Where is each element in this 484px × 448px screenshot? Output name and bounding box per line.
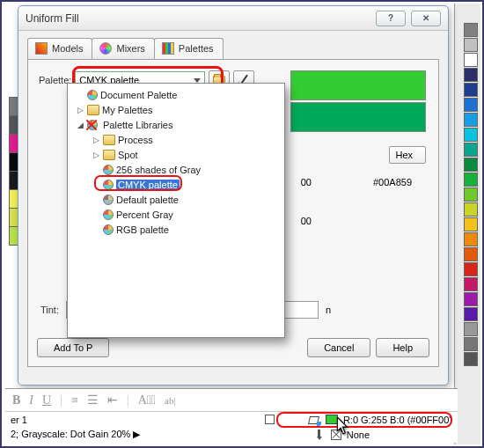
chevron-down-icon xyxy=(194,78,201,83)
palette-swatch[interactable] xyxy=(464,83,478,97)
dropcap-icon[interactable]: A̲ͣ xyxy=(138,393,156,408)
tree-item[interactable]: My Palettes xyxy=(102,105,152,115)
tint-label: Tint: xyxy=(40,305,59,315)
text-placeholder-icon[interactable]: ab| xyxy=(165,395,176,406)
tab-label: Palettes xyxy=(179,43,214,54)
status-outline-value: None xyxy=(347,430,370,440)
palette-swatch[interactable] xyxy=(464,337,478,351)
palette-swatch[interactable] xyxy=(464,23,478,37)
no-outline-icon xyxy=(331,430,341,440)
mixers-icon xyxy=(99,42,112,55)
palette-swatch[interactable] xyxy=(464,98,478,112)
palette-swatch[interactable] xyxy=(464,38,478,52)
tree-item[interactable]: Process xyxy=(118,135,153,145)
palette-icon xyxy=(103,180,114,190)
palette-swatch[interactable] xyxy=(464,68,478,82)
palette-swatch[interactable] xyxy=(464,307,478,321)
status-bar: B I U | ≡ ☰ ⇤ | A̲ͣ ab| er 1 R:0 G:255 B… xyxy=(5,388,458,443)
swatch-old[interactable] xyxy=(290,102,426,132)
hex-mode-combo[interactable]: Hex xyxy=(389,146,426,164)
status-fill-value: R:0 G:255 B:0 (#00FF00) xyxy=(343,415,452,425)
palette-swatch[interactable] xyxy=(464,292,478,306)
tree-item-selected[interactable]: CMYK palette xyxy=(116,180,180,190)
palette-swatch[interactable] xyxy=(464,173,478,187)
bullets-icon[interactable]: ☰ xyxy=(87,393,99,408)
status-layer: er 1 xyxy=(11,415,27,425)
folder-icon xyxy=(87,105,99,115)
folder-icon xyxy=(103,150,115,160)
status-profile: 2; Grayscale: Dot Gain 20% ▶ xyxy=(11,429,140,440)
palette-swatch[interactable] xyxy=(464,187,478,202)
expand-icon[interactable]: ▷ xyxy=(92,151,100,158)
palette-swatch[interactable] xyxy=(464,247,478,261)
tree-item[interactable]: Default palette xyxy=(116,195,179,205)
palettes-icon xyxy=(162,42,174,55)
expand-icon[interactable]: ▷ xyxy=(92,136,100,143)
right-color-palette[interactable] xyxy=(464,23,478,367)
tree-item[interactable]: Palette Libraries xyxy=(103,120,173,130)
help-window-button[interactable]: ? xyxy=(376,11,406,26)
tab-label: Models xyxy=(52,43,83,54)
palette-icon xyxy=(103,209,114,220)
folder-icon xyxy=(103,135,115,145)
palette-swatch[interactable] xyxy=(464,143,478,157)
tab-mixers[interactable]: Mixers xyxy=(92,38,154,59)
underline-icon[interactable]: U xyxy=(42,393,51,408)
tab-models[interactable]: Models xyxy=(27,38,92,59)
help-button[interactable]: Help xyxy=(376,338,429,357)
palette-icon xyxy=(103,195,114,205)
palette-swatch[interactable] xyxy=(464,322,478,336)
tree-item[interactable]: Document Palette xyxy=(100,90,177,100)
snapshot-icon[interactable] xyxy=(265,415,275,424)
align-icon[interactable]: ≡ xyxy=(71,393,78,408)
collapse-icon[interactable]: ◢ xyxy=(77,121,84,129)
tab-label: Mixers xyxy=(116,43,144,54)
dialog-title: Uniform Fill xyxy=(26,12,79,25)
cancel-button[interactable]: Cancel xyxy=(307,338,370,357)
add-to-palette-button[interactable]: Add To P xyxy=(37,338,109,357)
hex-row: xx Hex xyxy=(344,146,426,164)
palette-swatch[interactable] xyxy=(464,113,478,127)
color-preview xyxy=(290,70,426,134)
screenshot-frame: Uniform Fill ? ✕ Models Mixers Palettes xyxy=(0,0,484,448)
palette-swatch[interactable] xyxy=(464,202,478,217)
palette-swatch[interactable] xyxy=(464,217,478,231)
titlebar: Uniform Fill ? ✕ xyxy=(18,6,448,31)
italic-icon[interactable]: I xyxy=(29,393,33,408)
indent-icon[interactable]: ⇤ xyxy=(107,393,118,408)
tree-item[interactable]: Percent Gray xyxy=(116,209,173,220)
palette-swatch[interactable] xyxy=(464,262,478,276)
fill-color-swatch[interactable] xyxy=(326,415,338,424)
fill-bucket-icon[interactable] xyxy=(308,415,320,425)
palette-icon xyxy=(87,90,98,100)
tree-item[interactable]: RGB palette xyxy=(116,224,169,235)
expand-icon[interactable]: ▷ xyxy=(77,106,84,114)
hex-values: 00#00A859 00 xyxy=(301,171,412,232)
palette-icon xyxy=(103,224,114,235)
outline-pen-icon[interactable] xyxy=(315,430,326,440)
palette-dropdown-tree[interactable]: Document Palette ▷My Palettes ◢Palette L… xyxy=(67,83,285,338)
palette-swatch[interactable] xyxy=(464,53,478,67)
tabstrip: Models Mixers Palettes xyxy=(18,31,448,59)
palette-swatch[interactable] xyxy=(464,352,478,366)
disabled-icon xyxy=(86,120,97,130)
bold-icon[interactable]: B xyxy=(12,393,20,408)
tree-item[interactable]: Spot xyxy=(118,150,138,160)
tree-item[interactable]: 256 shades of Gray xyxy=(116,165,201,175)
dialog-buttons: Add To P Cancel Help xyxy=(37,338,429,357)
tab-palettes[interactable]: Palettes xyxy=(154,38,224,59)
models-icon xyxy=(35,42,48,55)
palette-swatch[interactable] xyxy=(464,128,478,142)
palette-swatch[interactable] xyxy=(464,277,478,291)
swatch-new[interactable] xyxy=(290,70,426,100)
palette-swatch[interactable] xyxy=(464,232,478,246)
palette-swatch[interactable] xyxy=(464,158,478,172)
close-window-button[interactable]: ✕ xyxy=(411,11,441,26)
palette-icon xyxy=(103,165,114,175)
text-format-bar: B I U | ≡ ☰ ⇤ | A̲ͣ ab| xyxy=(5,389,458,412)
